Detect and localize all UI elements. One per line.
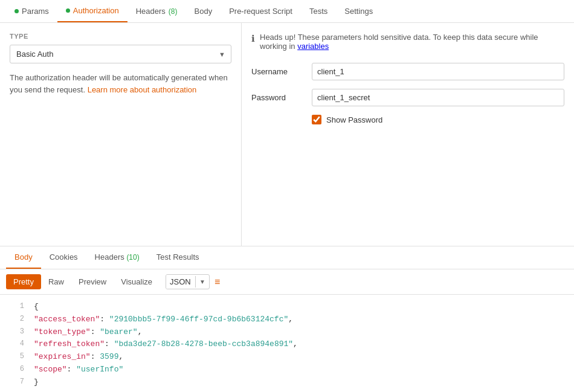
format-dropdown-select[interactable]: JSON XML HTML Text [166,275,195,289]
format-bar: Pretty Raw Preview Visualize JSON XML HT… [0,269,574,295]
code-line-3-content: "token_type": "bearer", [34,326,568,339]
line-num-3: 3 [6,326,24,338]
top-tabs-bar: Params Authorization Headers (8) Body Pr… [0,0,574,23]
code-line-5: 5 "expires_in": 3599, [0,351,574,364]
left-panel: TYPE No Auth API Key Bearer Token Basic … [0,23,242,246]
line-num-4: 4 [6,338,24,350]
username-label: Username [251,67,312,76]
code-line-7: 7 } [0,376,574,389]
code-line-4-content: "refresh_token": "bda3de27-8b28-4278-bee… [34,338,568,351]
code-line-3: 3 "token_type": "bearer", [0,326,574,339]
line-num-2: 2 [6,313,24,325]
auth-learn-more-link[interactable]: Learn more about authorization [88,85,197,94]
response-tab-test-results[interactable]: Test Results [148,246,208,269]
auth-type-select-wrapper: No Auth API Key Bearer Token Basic Auth … [10,45,231,63]
right-panel: ℹ Heads up! These parameters hold sensit… [242,23,574,246]
code-line-7-content: } [34,376,568,389]
tab-headers-label: Headers [136,7,166,16]
response-headers-badge: (10) [126,253,139,262]
code-line-5-content: "expires_in": 3599, [34,351,568,364]
alert-icon: ℹ [251,33,255,44]
show-password-checkbox[interactable] [312,115,321,124]
line-num-5: 5 [6,351,24,362]
line-num-6: 6 [6,364,24,375]
format-tab-preview-label: Preview [79,277,106,286]
tab-authorization[interactable]: Authorization [57,0,127,22]
wrap-lines-icon[interactable]: ≡ [214,277,220,288]
show-password-label: Show Password [326,115,382,124]
format-dropdown-arrow-icon: ▼ [195,276,209,288]
code-line-2: 2 "access_token": "2910bbb5-7f99-46ff-97… [0,313,574,326]
tab-params[interactable]: Params [6,0,57,22]
alert-variables-link[interactable]: variables [297,42,329,51]
format-tab-preview[interactable]: Preview [71,274,114,289]
format-tab-raw[interactable]: Raw [41,274,71,289]
format-tab-pretty[interactable]: Pretty [6,274,41,289]
code-line-6: 6 "scope": "userInfo" [0,364,574,376]
response-tab-cookies[interactable]: Cookies [41,246,86,269]
tab-headers[interactable]: Headers (8) [127,0,186,22]
tab-settings-label: Settings [344,7,373,16]
headers-badge: (8) [169,7,178,16]
password-row: Password [251,89,564,106]
response-tab-body-label: Body [15,252,33,262]
response-tab-cookies-label: Cookies [50,252,78,262]
show-password-row: Show Password [312,115,564,124]
tab-tests-label: Tests [309,7,327,16]
main-content: TYPE No Auth API Key Bearer Token Basic … [0,23,574,246]
password-label: Password [251,93,312,102]
alert-box: ℹ Heads up! These parameters hold sensit… [251,33,564,51]
format-tab-visualize-label: Visualize [121,277,152,286]
tab-body[interactable]: Body [186,0,221,22]
auth-description: The authorization header will be automat… [10,72,231,95]
code-line-2-content: "access_token": "2910bbb5-7f99-46ff-97cd… [34,313,568,326]
password-input[interactable] [312,89,564,106]
format-tab-visualize[interactable]: Visualize [114,274,160,289]
line-num-1: 1 [6,301,24,312]
response-tab-headers-label: Headers [95,252,124,262]
username-input[interactable] [312,63,564,80]
code-line-1: 1 { [0,301,574,313]
format-tab-pretty-label: Pretty [13,277,34,286]
tab-body-label: Body [195,7,213,16]
username-row: Username [251,63,564,80]
code-area: 1 { 2 "access_token": "2910bbb5-7f99-46f… [0,295,574,392]
bottom-section: Body Cookies Headers (10) Test Results P… [0,246,574,392]
line-num-7: 7 [6,376,24,388]
tab-pre-request-label: Pre-request Script [229,7,292,16]
response-tab-test-results-label: Test Results [156,252,199,262]
format-dropdown-wrapper: JSON XML HTML Text ▼ [166,274,210,289]
format-tab-raw-label: Raw [48,277,64,286]
tab-params-label: Params [22,7,49,16]
tab-settings[interactable]: Settings [336,0,381,22]
authorization-dot [66,8,70,13]
response-tab-headers[interactable]: Headers (10) [86,246,148,269]
code-line-6-content: "scope": "userInfo" [34,364,568,376]
tab-pre-request-script[interactable]: Pre-request Script [221,0,301,22]
alert-content: Heads up! These parameters hold sensitiv… [260,33,564,51]
type-label: TYPE [10,33,231,40]
response-tab-body[interactable]: Body [6,246,41,269]
tab-authorization-label: Authorization [73,6,119,15]
params-dot [15,9,19,13]
tab-tests[interactable]: Tests [301,0,336,22]
code-line-1-content: { [34,301,568,313]
auth-type-select[interactable]: No Auth API Key Bearer Token Basic Auth … [10,45,231,63]
response-tabs: Body Cookies Headers (10) Test Results [0,246,574,269]
code-line-4: 4 "refresh_token": "bda3de27-8b28-4278-b… [0,338,574,351]
